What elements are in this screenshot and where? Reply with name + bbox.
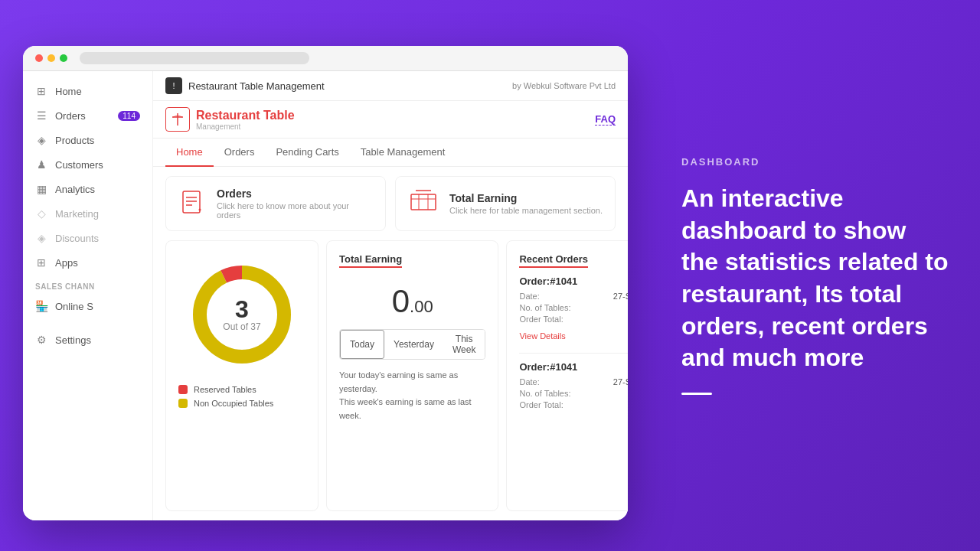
orders-icon: ☰ [35,109,47,122]
tab-table-management[interactable]: Table Management [350,139,456,167]
sidebar-label-orders: Orders [55,110,86,122]
sales-section-label: SALES CHANN [23,275,152,294]
sidebar-label-online-store: Online S [55,301,93,312]
browser-content: ⊞ Home ☰ Orders 114 ◈ Products ♟ Custome… [23,71,628,520]
store-icon: 🏪 [35,300,47,312]
filter-tab-today[interactable]: Today [340,330,384,359]
donut-sub: Out of 37 [223,321,260,332]
browser-bar [23,46,628,71]
orders-card-text: Orders Click here to know more about you… [217,187,373,220]
apps-icon: ⊞ [35,256,47,269]
order-tables-label-1: No. of Tables: [519,303,570,312]
tab-orders[interactable]: Orders [214,139,266,167]
summary-card-orders[interactable]: Orders Click here to know more about you… [165,176,386,231]
order-id-1: Order:#1041 [519,276,628,287]
svg-rect-7 [411,194,436,210]
order-tables-label-2: No. of Tables: [519,389,570,398]
order-date-value-1: 27-Sep-2022 [613,292,628,301]
order-tables-row-2: No. of Tables: 1 [519,389,628,398]
settings-icon: ⚙ [35,334,47,346]
sidebar-item-settings[interactable]: ⚙ Settings [23,318,152,352]
sidebar-label-customers: Customers [55,159,103,171]
earning-amount: 0.00 [339,283,485,320]
rt-title: Restaurant Table [196,109,295,122]
plugin-header: ! Restaurant Table Management by Webkul … [153,71,628,101]
plugin-title-row: ! Restaurant Table Management [165,77,325,94]
sidebar-item-products[interactable]: ◈ Products [23,128,152,152]
recent-orders-title: Recent Orders [519,253,588,268]
customers-icon: ♟ [35,158,47,171]
svg-point-6 [199,208,201,210]
earning-card-text: Total Earning Click here for table manag… [449,192,603,215]
sidebar-item-discounts: ◈ Discounts [23,226,152,250]
order-total-label-1: Order Total: [519,315,563,326]
legend-dot-reserved [178,385,188,394]
sidebar-item-home[interactable]: ⊞ Home [23,79,152,103]
order-entry-2: Order:#1041 Date: 27-Sep-2022 No. of Tab… [519,361,628,412]
faq-button[interactable]: FAQ [595,113,616,126]
plugin-icon: ! [165,77,182,94]
sidebar-item-customers[interactable]: ♟ Customers [23,152,152,177]
order-date-value-2: 27-Sep-2022 [613,377,628,386]
browser-dot-yellow [47,54,55,62]
orders-card-sub: Click here to know more about your order… [217,201,373,220]
discounts-icon: ◈ [35,232,47,244]
sidebar-item-orders[interactable]: ☰ Orders 114 [23,103,152,128]
chart-legend: Reserved Tables Non Occupied Tables [178,385,305,412]
order-date-label-1: Date: [519,292,539,301]
order-date-row-2: Date: 27-Sep-2022 [519,377,628,386]
sidebar-label-apps: Apps [55,257,78,269]
donut-chart: 3 Out of 37 [188,261,296,368]
order-id-2: Order:#1041 [519,361,628,373]
earning-amount-int: 0 [392,283,410,319]
home-icon: ⊞ [35,85,47,97]
legend-label-non-occupied: Non Occupied Tables [194,399,273,408]
sidebar-label-products: Products [55,135,94,146]
rt-title-group: Restaurant Table Management [196,109,295,131]
right-section: DASHBOARD An interactive dashboard to sh… [658,126,980,425]
donut-number: 3 [223,297,260,321]
rt-subtitle: Management [196,122,295,131]
order-total-label-2: Order Total: [519,400,563,412]
sidebar-item-analytics[interactable]: ▦ Analytics [23,177,152,201]
sidebar: ⊞ Home ☰ Orders 114 ◈ Products ♟ Custome… [23,71,153,520]
legend-label-reserved: Reserved Tables [194,385,256,394]
sidebar-item-online-store[interactable]: 🏪 Online S [23,294,152,318]
rt-logo-area: Restaurant Table Management [165,107,295,132]
order-date-row-1: Date: 27-Sep-2022 [519,292,628,301]
browser-mockup: ⊞ Home ☰ Orders 114 ◈ Products ♟ Custome… [23,46,628,520]
marketing-icon: ◇ [35,207,47,220]
view-details-link-1[interactable]: View Details [519,331,565,341]
dashboard-description: An interactive dashboard to show the sta… [681,183,949,374]
earning-panel: Total Earning 0.00 Today Yesterday This … [326,240,498,511]
earning-card-sub: Click here for table management section. [449,206,603,215]
rt-header: Restaurant Table Management FAQ [153,101,628,139]
legend-non-occupied: Non Occupied Tables [178,399,305,408]
summary-card-earning[interactable]: Total Earning Click here for table manag… [395,176,616,231]
sidebar-label-marketing: Marketing [55,208,99,220]
earning-filter-tabs: Today Yesterday This Week [339,329,485,360]
dashboard-label: DASHBOARD [681,156,949,168]
url-bar [80,52,309,64]
order-divider [519,353,628,354]
tab-pending-carts[interactable]: Pending Carts [265,139,349,167]
main-content: ! Restaurant Table Management by Webkul … [153,71,628,520]
tab-home[interactable]: Home [165,139,214,167]
nav-tabs: Home Orders Pending Carts Table Manageme… [153,139,628,167]
browser-dot-red [35,54,43,62]
svg-rect-2 [183,191,200,213]
legend-reserved: Reserved Tables [178,385,305,394]
earning-panel-title: Total Earning [339,253,402,268]
tables-panel: 3 Out of 37 Reserved Tables Non Occupied… [165,240,318,511]
sidebar-item-apps[interactable]: ⊞ Apps [23,250,152,275]
order-tables-row-1: No. of Tables: 1 [519,303,628,312]
sidebar-label-home: Home [55,86,82,97]
plugin-title: Restaurant Table Management [188,80,325,92]
sidebar-label-analytics: Analytics [55,184,95,195]
earning-card-title: Total Earning [449,192,603,204]
filter-tab-this-week[interactable]: This Week [443,330,485,359]
earning-note-week: This week's earning is same as last week… [339,396,485,422]
order-entry-1: Order:#1041 Date: 27-Sep-2022 No. of Tab… [519,276,628,342]
order-total-row-2: Order Total: 787.50 [519,400,628,412]
filter-tab-yesterday[interactable]: Yesterday [384,330,443,359]
